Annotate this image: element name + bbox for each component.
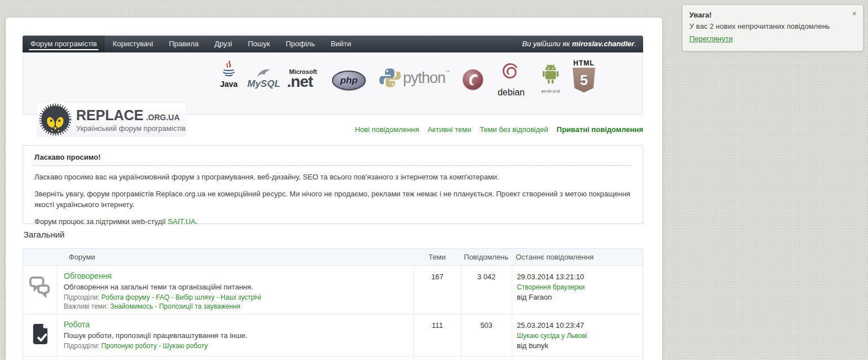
header-forums: Форуми	[57, 253, 414, 261]
sait-ua-link[interactable]: SAIT.UA	[168, 217, 196, 226]
posts-count: 503	[460, 314, 512, 356]
link-private-messages[interactable]: Приватні повідомлення	[557, 125, 643, 134]
important-topics-links[interactable]: Знайомимось - Пропозиції та зауваження	[110, 302, 240, 310]
section-title: Загальний	[24, 230, 65, 239]
logged-in-prefix: Ви увійшли як	[522, 39, 572, 48]
forum-icon-cell	[23, 266, 57, 314]
table-header: Форуми Теми Повідомлень Останнє повідомл…	[23, 249, 643, 266]
table-row: Обговорення Обговорення на загальні теми…	[23, 266, 643, 314]
subforums-label: Підрозділи:	[64, 293, 99, 301]
logo-tagline: Український форум програмістів	[76, 124, 185, 133]
debian-label: debian	[495, 87, 527, 98]
php-label: php	[340, 75, 357, 86]
hedgehog-icon	[39, 103, 72, 136]
mysql-dolphin-icon	[255, 67, 272, 78]
notification-popup: Увага! × У вас 2 нових непрочитаних пові…	[682, 5, 863, 51]
android-robot-icon	[541, 63, 561, 86]
welcome-paragraph-3: Форум процює за підтримки web-студії SAI…	[34, 217, 631, 227]
nav-item-logout[interactable]: Вийти	[323, 36, 359, 52]
forum-important-topics: Важливі теми: Знайомимось - Пропозиції т…	[64, 302, 406, 310]
nav-item-profile[interactable]: Профіль	[278, 36, 323, 52]
posts-count: 3 042	[460, 266, 512, 314]
table-row: Робота Пошук роботи, пропозиції працевла…	[23, 314, 643, 357]
html5-number: 5	[580, 72, 588, 89]
logo-name: REPLACE	[76, 107, 143, 123]
forum-table: Форуми Теми Повідомлень Останнє повідомл…	[23, 248, 643, 360]
php-logo: php	[332, 71, 367, 90]
python-icon	[379, 67, 401, 89]
link-unanswered-topics[interactable]: Теми без відповідей	[480, 125, 548, 134]
topics-count: 111	[414, 314, 460, 356]
logged-in-suffix: .	[634, 39, 636, 48]
important-topics-label: Важливі теми:	[64, 302, 108, 310]
last-post-date: 25.03.2014 10:23:47	[517, 321, 639, 330]
chat-bubbles-icon	[29, 274, 51, 300]
site-logo[interactable]: REPLACE .ORG.UA Український форум програ…	[37, 103, 186, 136]
last-post-topic-link[interactable]: Шукаю сусіда у Львові	[517, 332, 587, 340]
table-row	[23, 357, 643, 360]
java-icon	[219, 60, 238, 78]
delphi-icon	[463, 69, 483, 90]
notification-message: У вас 2 нових непрочитаних повідомлень	[689, 22, 856, 30]
close-icon[interactable]: ×	[852, 10, 857, 17]
forum-info-cell: Робота Пошук роботи, пропозиції працевла…	[57, 314, 414, 356]
quick-links: Нові повідомлення Активні теми Теми без …	[355, 125, 643, 134]
welcome-p3-prefix: Форум процює за підтримки web-студії	[34, 217, 168, 226]
mysql-logo: MySQL	[242, 67, 286, 90]
nav-item-rules[interactable]: Правила	[161, 36, 207, 52]
logo-tld: .ORG.UA	[146, 113, 180, 122]
python-label: python™	[403, 69, 449, 87]
html5-label: HTML	[570, 59, 598, 67]
last-post-author: від Faraon	[517, 293, 639, 301]
forum-title-link[interactable]: Робота	[64, 320, 90, 329]
forum-title-link[interactable]: Обговорення	[64, 271, 112, 280]
dotnet-label: .net	[287, 75, 324, 89]
dotted-divider	[34, 165, 631, 166]
mysql-label: MySQL	[242, 78, 286, 90]
java-logo: Java	[218, 60, 240, 89]
notification-title: Увага!	[689, 11, 856, 19]
welcome-title: Ласкаво просимо!	[34, 153, 631, 161]
subforums-label: Підрозділи:	[64, 342, 99, 350]
forum-subforums: Підрозділи: Пропоную роботу - Шукаю робо…	[64, 342, 406, 350]
link-active-topics[interactable]: Активні теми	[427, 125, 471, 134]
html5-shield-icon: 5	[573, 68, 595, 93]
last-post-cell: 25.03.2014 10:23:47 Шукаю сусіда у Львов…	[512, 314, 643, 356]
forum-description: Обговорення на загальні теми та організа…	[64, 283, 406, 291]
username: miroslav.chandler	[572, 39, 635, 48]
trademark: ™	[445, 69, 449, 74]
dotnet-logo: Microsoft .net	[287, 68, 324, 89]
html5-logo: HTML 5	[570, 59, 598, 93]
delphi-logo	[463, 69, 484, 90]
last-post-date: 29.03.2014 13:21:10	[517, 273, 639, 281]
nav-item-users[interactable]: Користувачі	[105, 36, 161, 52]
notification-view-link[interactable]: Переглянути	[689, 34, 733, 43]
header-posts: Повідомлень	[460, 253, 512, 261]
java-label: Java	[218, 80, 240, 89]
navbar: Форум програмістів Користувачі Правила Д…	[23, 36, 643, 52]
last-post-author: від bunyk	[517, 341, 639, 350]
welcome-p3-suffix: .	[196, 217, 198, 226]
main-card: Форум програмістів Користувачі Правила Д…	[6, 17, 662, 360]
php-oval-icon: php	[332, 71, 366, 90]
welcome-paragraph-1: Ласкаво просимо вас на україномовний фор…	[34, 172, 631, 183]
forum-description: Пошук роботи, пропозиції працевлаштуванн…	[64, 331, 406, 340]
debian-logo: debian	[495, 59, 527, 98]
link-new-messages[interactable]: Нові повідомлення	[355, 125, 419, 134]
last-post-topic-link[interactable]: Створення браузерки	[517, 283, 584, 291]
forum-icon-cell	[23, 314, 57, 356]
forum-info-cell: Обговорення Обговорення на загальні теми…	[57, 266, 414, 314]
subforums-links[interactable]: Пропоную роботу - Шукаю роботу	[101, 342, 208, 350]
python-logo: python™	[379, 67, 453, 89]
subforums-links[interactable]: Робота форуму - FAQ - Вибір шляху - Наші…	[101, 293, 261, 301]
document-check-icon	[31, 323, 49, 345]
nav-item-friends[interactable]: Друзі	[206, 36, 240, 52]
android-label: android	[538, 89, 563, 94]
android-logo: android	[538, 63, 563, 94]
nav-item-forum[interactable]: Форум програмістів	[23, 36, 105, 52]
last-post-cell: 29.03.2014 13:21:10 Створення браузерки …	[512, 266, 643, 314]
nav-item-search[interactable]: Пошук	[240, 36, 278, 52]
debian-swirl-icon	[498, 59, 525, 86]
forum-subforums: Підрозділи: Робота форуму - FAQ - Вибір …	[64, 293, 406, 301]
logged-in-status: Ви увійшли як miroslav.chandler.	[522, 36, 636, 52]
